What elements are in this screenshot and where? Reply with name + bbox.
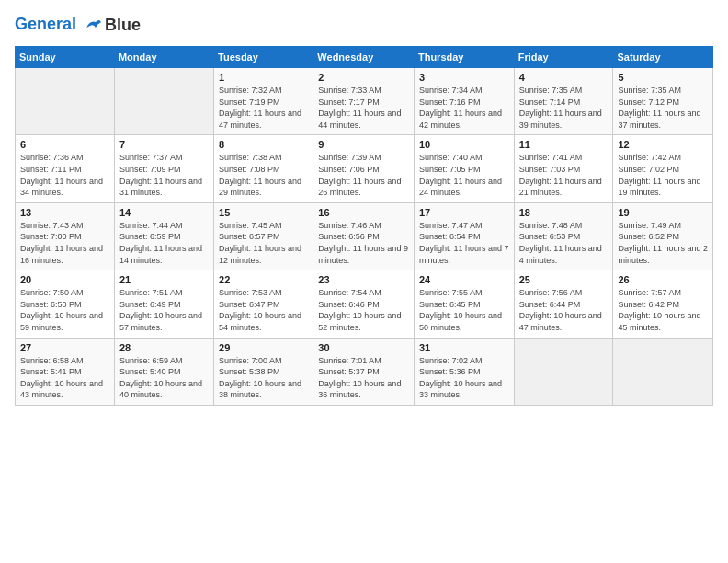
calendar-week-4: 20Sunrise: 7:50 AM Sunset: 6:50 PM Dayli… — [16, 270, 713, 338]
day-number: 14 — [119, 207, 209, 218]
calendar-table: SundayMondayTuesdayWednesdayThursdayFrid… — [15, 46, 713, 406]
calendar-cell: 13Sunrise: 7:43 AM Sunset: 7:00 PM Dayli… — [16, 202, 115, 270]
weekday-header-thursday: Thursday — [414, 47, 514, 68]
calendar-cell: 2Sunrise: 7:33 AM Sunset: 7:17 PM Daylig… — [313, 68, 415, 135]
calendar-header-row: SundayMondayTuesdayWednesdayThursdayFrid… — [16, 47, 713, 68]
day-number: 10 — [419, 139, 509, 150]
day-info: Sunrise: 7:56 AM Sunset: 6:44 PM Dayligh… — [519, 287, 609, 333]
day-number: 26 — [618, 274, 708, 285]
calendar-cell: 11Sunrise: 7:41 AM Sunset: 7:03 PM Dayli… — [514, 135, 613, 202]
day-info: Sunrise: 7:34 AM Sunset: 7:16 PM Dayligh… — [419, 85, 509, 131]
page-header: General Blue — [15, 15, 713, 35]
calendar-cell: 15Sunrise: 7:45 AM Sunset: 6:57 PM Dayli… — [214, 202, 313, 270]
day-info: Sunrise: 6:59 AM Sunset: 5:40 PM Dayligh… — [119, 355, 209, 401]
day-number: 13 — [20, 207, 109, 218]
day-number: 23 — [318, 274, 409, 285]
calendar-cell: 5Sunrise: 7:35 AM Sunset: 7:12 PM Daylig… — [613, 68, 713, 135]
day-info: Sunrise: 7:35 AM Sunset: 7:12 PM Dayligh… — [618, 85, 708, 131]
calendar-cell — [16, 68, 115, 135]
day-info: Sunrise: 7:44 AM Sunset: 6:59 PM Dayligh… — [119, 220, 209, 266]
day-info: Sunrise: 7:55 AM Sunset: 6:45 PM Dayligh… — [419, 287, 509, 333]
day-number: 3 — [419, 72, 509, 83]
weekday-header-friday: Friday — [514, 47, 613, 68]
calendar-week-2: 6Sunrise: 7:36 AM Sunset: 7:11 PM Daylig… — [16, 135, 713, 202]
weekday-header-tuesday: Tuesday — [214, 47, 313, 68]
calendar-cell: 14Sunrise: 7:44 AM Sunset: 6:59 PM Dayli… — [114, 202, 213, 270]
weekday-header-wednesday: Wednesday — [313, 47, 415, 68]
day-number: 20 — [20, 274, 109, 285]
calendar-cell: 3Sunrise: 7:34 AM Sunset: 7:16 PM Daylig… — [414, 68, 514, 135]
calendar-cell: 26Sunrise: 7:57 AM Sunset: 6:42 PM Dayli… — [613, 270, 713, 338]
logo-general: General — [15, 15, 76, 33]
weekday-header-sunday: Sunday — [16, 47, 115, 68]
calendar-cell: 31Sunrise: 7:02 AM Sunset: 5:36 PM Dayli… — [414, 338, 514, 405]
day-info: Sunrise: 7:43 AM Sunset: 7:00 PM Dayligh… — [20, 220, 109, 266]
weekday-header-monday: Monday — [114, 47, 213, 68]
day-number: 6 — [20, 139, 109, 150]
day-number: 9 — [318, 139, 409, 150]
day-number: 15 — [219, 207, 308, 218]
day-number: 17 — [419, 207, 509, 218]
calendar-cell: 8Sunrise: 7:38 AM Sunset: 7:08 PM Daylig… — [214, 135, 313, 202]
day-info: Sunrise: 7:54 AM Sunset: 6:46 PM Dayligh… — [318, 287, 409, 333]
day-number: 19 — [618, 207, 708, 218]
day-number: 1 — [219, 72, 308, 83]
calendar-cell: 19Sunrise: 7:49 AM Sunset: 6:52 PM Dayli… — [613, 202, 713, 270]
day-number: 29 — [219, 342, 308, 353]
day-number: 27 — [20, 342, 109, 353]
calendar-cell: 7Sunrise: 7:37 AM Sunset: 7:09 PM Daylig… — [114, 135, 213, 202]
day-number: 5 — [618, 72, 708, 83]
day-info: Sunrise: 7:33 AM Sunset: 7:17 PM Dayligh… — [318, 85, 409, 131]
calendar-cell: 17Sunrise: 7:47 AM Sunset: 6:54 PM Dayli… — [414, 202, 514, 270]
day-number: 4 — [519, 72, 609, 83]
calendar-cell: 21Sunrise: 7:51 AM Sunset: 6:49 PM Dayli… — [114, 270, 213, 338]
day-number: 31 — [419, 342, 509, 353]
calendar-week-5: 27Sunrise: 6:58 AM Sunset: 5:41 PM Dayli… — [16, 338, 713, 405]
calendar-cell: 4Sunrise: 7:35 AM Sunset: 7:14 PM Daylig… — [514, 68, 613, 135]
day-number: 2 — [318, 72, 409, 83]
day-info: Sunrise: 7:49 AM Sunset: 6:52 PM Dayligh… — [618, 220, 708, 266]
calendar-week-3: 13Sunrise: 7:43 AM Sunset: 7:00 PM Dayli… — [16, 202, 713, 270]
calendar-cell: 12Sunrise: 7:42 AM Sunset: 7:02 PM Dayli… — [613, 135, 713, 202]
calendar-cell: 24Sunrise: 7:55 AM Sunset: 6:45 PM Dayli… — [414, 270, 514, 338]
logo-blue: Blue — [105, 16, 141, 35]
day-info: Sunrise: 7:50 AM Sunset: 6:50 PM Dayligh… — [20, 287, 109, 333]
calendar-cell: 18Sunrise: 7:48 AM Sunset: 6:53 PM Dayli… — [514, 202, 613, 270]
calendar-body: 1Sunrise: 7:32 AM Sunset: 7:19 PM Daylig… — [16, 68, 713, 406]
day-info: Sunrise: 7:02 AM Sunset: 5:36 PM Dayligh… — [419, 355, 509, 401]
day-info: Sunrise: 7:48 AM Sunset: 6:53 PM Dayligh… — [519, 220, 609, 266]
day-info: Sunrise: 7:01 AM Sunset: 5:37 PM Dayligh… — [318, 355, 409, 401]
calendar-cell: 9Sunrise: 7:39 AM Sunset: 7:06 PM Daylig… — [313, 135, 415, 202]
calendar-cell: 22Sunrise: 7:53 AM Sunset: 6:47 PM Dayli… — [214, 270, 313, 338]
calendar-cell: 20Sunrise: 7:50 AM Sunset: 6:50 PM Dayli… — [16, 270, 115, 338]
day-number: 18 — [519, 207, 609, 218]
day-number: 22 — [219, 274, 308, 285]
day-info: Sunrise: 7:41 AM Sunset: 7:03 PM Dayligh… — [519, 152, 609, 198]
day-number: 8 — [219, 139, 308, 150]
day-number: 25 — [519, 274, 609, 285]
day-info: Sunrise: 7:42 AM Sunset: 7:02 PM Dayligh… — [618, 152, 708, 198]
day-info: Sunrise: 7:53 AM Sunset: 6:47 PM Dayligh… — [219, 287, 308, 333]
calendar-cell: 23Sunrise: 7:54 AM Sunset: 6:46 PM Dayli… — [313, 270, 415, 338]
day-info: Sunrise: 7:47 AM Sunset: 6:54 PM Dayligh… — [419, 220, 509, 266]
weekday-header-saturday: Saturday — [613, 47, 713, 68]
day-number: 28 — [119, 342, 209, 353]
calendar-cell: 1Sunrise: 7:32 AM Sunset: 7:19 PM Daylig… — [214, 68, 313, 135]
day-info: Sunrise: 7:45 AM Sunset: 6:57 PM Dayligh… — [219, 220, 308, 266]
day-info: Sunrise: 7:39 AM Sunset: 7:06 PM Dayligh… — [318, 152, 409, 198]
day-number: 30 — [318, 342, 409, 353]
calendar-cell: 27Sunrise: 6:58 AM Sunset: 5:41 PM Dayli… — [16, 338, 115, 405]
calendar-cell — [114, 68, 213, 135]
day-number: 24 — [419, 274, 509, 285]
calendar-week-1: 1Sunrise: 7:32 AM Sunset: 7:19 PM Daylig… — [16, 68, 713, 135]
logo-bird-icon — [83, 15, 103, 35]
calendar-cell: 30Sunrise: 7:01 AM Sunset: 5:37 PM Dayli… — [313, 338, 415, 405]
day-info: Sunrise: 7:32 AM Sunset: 7:19 PM Dayligh… — [219, 85, 308, 131]
day-info: Sunrise: 6:58 AM Sunset: 5:41 PM Dayligh… — [20, 355, 109, 401]
day-info: Sunrise: 7:57 AM Sunset: 6:42 PM Dayligh… — [618, 287, 708, 333]
day-info: Sunrise: 7:37 AM Sunset: 7:09 PM Dayligh… — [119, 152, 209, 198]
calendar-cell: 16Sunrise: 7:46 AM Sunset: 6:56 PM Dayli… — [313, 202, 415, 270]
day-number: 21 — [119, 274, 209, 285]
logo: General Blue — [15, 15, 141, 35]
day-info: Sunrise: 7:51 AM Sunset: 6:49 PM Dayligh… — [119, 287, 209, 333]
